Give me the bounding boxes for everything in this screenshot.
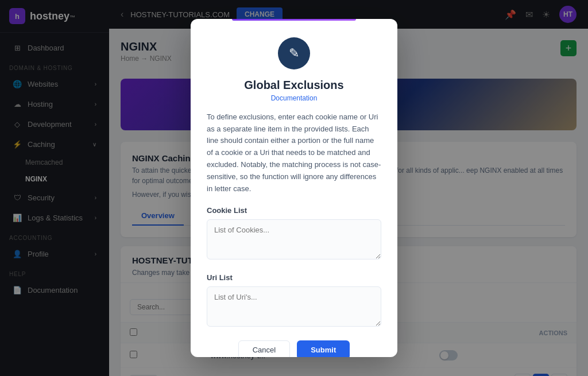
modal-icon: ✎ (278, 37, 310, 69)
cookie-list-textarea[interactable] (207, 219, 381, 259)
uri-list-field: Uri List (207, 273, 381, 329)
modal-title: Global Exclusions (207, 79, 381, 92)
pencil-icon: ✎ (289, 46, 299, 61)
modal: ✎ Global Exclusions Documentation To def… (191, 19, 397, 358)
modal-icon-wrap: ✎ (207, 37, 381, 69)
uri-list-textarea[interactable] (207, 286, 381, 327)
modal-actions: Cancel Submit (207, 340, 381, 357)
cookie-list-label: Cookie List (207, 206, 381, 215)
cancel-button[interactable]: Cancel (238, 340, 290, 357)
modal-doc-link[interactable]: Documentation (207, 94, 381, 102)
modal-accent-bar (232, 19, 356, 21)
modal-description: To define exclusions, enter each cookie … (207, 111, 381, 195)
modal-overlay[interactable]: ✎ Global Exclusions Documentation To def… (0, 0, 588, 376)
submit-button[interactable]: Submit (297, 340, 350, 357)
uri-list-label: Uri List (207, 273, 381, 282)
cookie-list-field: Cookie List (207, 206, 381, 262)
